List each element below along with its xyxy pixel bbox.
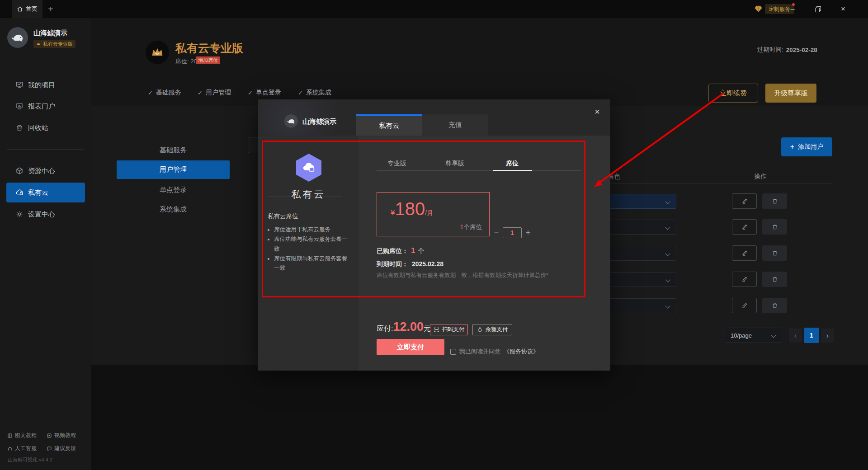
agreement-link[interactable]: 《服务协议》 (504, 348, 539, 356)
feature-basic-service: ✓ 基础服务 (148, 89, 181, 97)
delete-user-button[interactable] (762, 298, 787, 313)
pay-now-label: 立即支付 (397, 343, 424, 352)
video-icon (47, 433, 52, 438)
delete-user-button[interactable] (762, 245, 787, 261)
sidebar-item-label: 资源中心 (28, 167, 55, 175)
submenu-item-integration[interactable]: 系统集成 (117, 200, 230, 219)
sidebar-item-label: 我的项目 (28, 81, 55, 89)
new-tab-plus: + (48, 4, 53, 14)
expire-time: 过期时间: 2025-02-28 (757, 46, 817, 54)
close-icon: × (841, 5, 845, 14)
agreement-checkbox[interactable] (450, 349, 456, 355)
footer-link-support[interactable]: 人工客服 (7, 445, 37, 452)
feature-user-management: ✓ 用户管理 (198, 89, 231, 97)
workspace-avatar[interactable] (7, 27, 28, 48)
prev-icon: ‹ (794, 332, 797, 340)
chevron-down-icon (665, 277, 670, 282)
modal-tab-recharge[interactable]: 充值 (422, 114, 488, 136)
diamond-icon (754, 5, 763, 13)
footer-link-label: 人工客服 (15, 445, 37, 452)
agreement-row: 我已阅读并同意 《服务协议》 (450, 348, 539, 356)
feature-label: 用户管理 (206, 89, 231, 97)
pencil-icon (741, 250, 748, 256)
trash-icon (772, 276, 778, 282)
trash-icon (772, 250, 778, 256)
due-amount: 12.00 (393, 321, 424, 333)
sidebar-item-report-portal[interactable]: 报表门户 (6, 96, 85, 116)
gear-icon (15, 210, 24, 218)
page-number: 1 (810, 332, 813, 339)
chevron-down-icon (665, 199, 670, 204)
modal-tab-private-cloud[interactable]: 私有云 (356, 114, 422, 136)
page-size-select[interactable]: 10/page (725, 328, 781, 343)
annotation-rectangle (262, 141, 585, 297)
moneybag-icon (477, 327, 483, 333)
delete-user-button[interactable] (762, 193, 787, 209)
sidebar-item-label: 报表门户 (28, 102, 55, 111)
submenu-item-user-management[interactable]: 用户管理 (117, 160, 230, 179)
footer-link-label: 图文教程 (15, 432, 37, 439)
delete-user-button[interactable] (762, 272, 787, 287)
feature-label: 单点登录 (256, 89, 281, 97)
new-tab-button[interactable]: + (44, 3, 57, 15)
edit-user-button[interactable] (732, 219, 757, 235)
sidebar-item-settings[interactable]: 设置中心 (6, 204, 85, 224)
add-user-button[interactable]: + 添加用户 (781, 137, 832, 156)
expire-label: 过期时间: (757, 46, 783, 54)
crown-icon (36, 42, 41, 47)
sidebar-item-projects[interactable]: 我的项目 (6, 75, 85, 95)
trash-icon (772, 302, 778, 309)
window-close-button[interactable]: × (838, 4, 849, 14)
chevron-down-icon (665, 303, 670, 308)
next-page-button[interactable]: › (821, 329, 834, 343)
page-title: 私有云专业版 (175, 41, 243, 56)
trash-icon (772, 198, 778, 204)
chevron-down-icon (771, 333, 776, 338)
headset-icon (7, 446, 13, 451)
footer-link-video-tutorial[interactable]: 视频教程 (47, 432, 76, 439)
pencil-icon (741, 198, 748, 204)
plan-badge: 私有云专业版 (33, 40, 75, 48)
column-header-action: 操作 (754, 173, 767, 181)
app-window: 首页 + 定制服务 ─ × 山海鲸演示 (0, 0, 868, 470)
page-number-button[interactable]: 1 (804, 328, 819, 343)
edit-user-button[interactable] (732, 245, 757, 261)
submenu-label: 基础服务 (160, 146, 187, 155)
agreement-text: 我已阅读并同意 (459, 348, 500, 356)
upgrade-label: 升级尊享版 (774, 89, 808, 98)
window-restore-button[interactable] (812, 4, 823, 14)
check-icon: ✓ (148, 89, 153, 96)
scan-pay-button[interactable]: 扫码支付 (430, 324, 468, 335)
submenu-item-sso[interactable]: 单点登录 (117, 181, 230, 199)
feature-label: 系统集成 (306, 89, 331, 97)
footer-link-feedback[interactable]: 建议反馈 (47, 445, 76, 452)
pay-now-button[interactable]: 立即支付 (377, 339, 444, 355)
feature-integration: ✓ 系统集成 (298, 89, 331, 97)
cube-icon (15, 167, 24, 175)
whale-icon (10, 30, 25, 45)
prev-page-button[interactable]: ‹ (789, 329, 802, 343)
sidebar-item-recycle-bin[interactable]: 回收站 (6, 118, 85, 138)
tab-home-label: 首页 (26, 5, 38, 13)
balance-pay-button[interactable]: 余额支付 (472, 324, 512, 335)
tab-home[interactable]: 首页 (12, 0, 42, 18)
upgrade-button[interactable]: 升级尊享版 (765, 84, 816, 103)
chevron-down-icon (665, 225, 670, 230)
edit-user-button[interactable] (732, 298, 757, 313)
edit-user-button[interactable] (732, 193, 757, 209)
edit-user-button[interactable] (732, 272, 757, 287)
sidebar-item-resource-center[interactable]: 资源中心 (6, 161, 85, 181)
submenu-item-basic-service[interactable]: 基础服务 (117, 141, 230, 160)
cloud-lock-icon (15, 188, 24, 197)
delete-user-button[interactable] (762, 219, 787, 235)
footer-link-label: 建议反馈 (54, 445, 76, 452)
check-icon: ✓ (248, 89, 253, 96)
amount-due-row: 应付: 12.00 元 (377, 321, 431, 334)
scan-pay-label: 扫码支付 (442, 326, 465, 334)
add-seats-button[interactable]: 增加席位 (196, 56, 220, 64)
footer-link-docs-tutorial[interactable]: 图文教程 (7, 432, 37, 439)
titlebar: 首页 + 定制服务 ─ × (0, 0, 868, 18)
window-minimize-button[interactable]: ─ (787, 4, 798, 14)
whale-icon (286, 116, 296, 126)
sidebar-item-private-cloud[interactable]: 私有云 (6, 183, 85, 202)
